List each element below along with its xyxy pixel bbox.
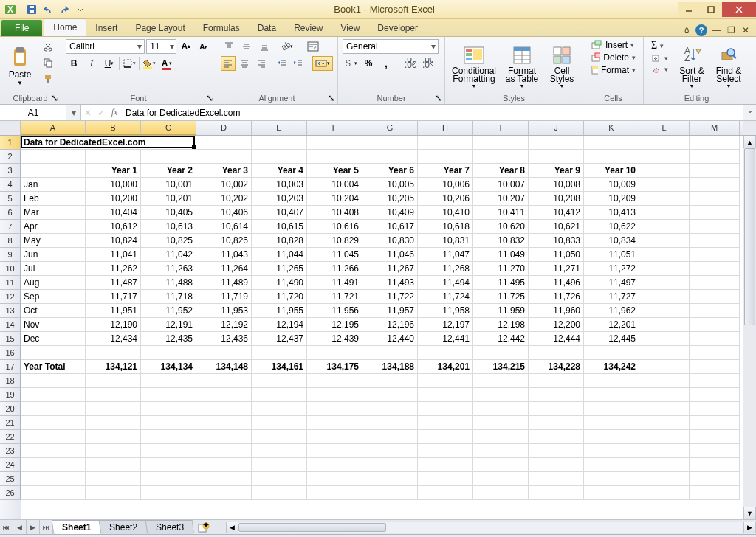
align-bottom-icon[interactable] [256,39,272,54]
cell[interactable]: 12,441 [418,332,473,346]
name-box[interactable]: ▾ [0,105,81,120]
tab-developer[interactable]: Developer [368,20,427,36]
column-header-A[interactable]: A [21,121,86,135]
expand-formula-bar-icon[interactable]: ⌄ [743,105,756,120]
cell[interactable] [307,444,362,458]
cell[interactable] [529,472,584,486]
cell[interactable]: 10,404 [86,206,141,220]
cell[interactable] [307,402,362,416]
scroll-right-icon[interactable]: ▶ [743,522,755,533]
cell[interactable] [639,206,690,220]
align-center-icon[interactable] [237,56,252,71]
font-size-combo[interactable]: ▾ [146,39,176,54]
cell[interactable]: 11,270 [473,262,529,276]
font-name-input[interactable] [66,41,135,52]
cell[interactable] [529,136,584,150]
wrap-text-icon[interactable] [302,39,324,54]
cell[interactable]: 11,953 [196,304,252,318]
increase-indent-icon[interactable] [291,56,306,71]
cell-a1[interactable]: Data for DedicatedExcel.com [21,136,196,150]
bold-icon[interactable]: B [66,56,82,71]
cell[interactable]: 11,494 [418,276,473,290]
column-header-I[interactable]: I [473,121,529,135]
autosum-button[interactable]: Σ▾ [648,39,671,52]
cell[interactable]: 10,834 [584,234,639,248]
cell[interactable] [639,458,690,472]
cell[interactable] [362,136,418,150]
cell[interactable] [307,136,362,150]
cell[interactable]: 11,962 [584,304,639,318]
cell[interactable]: 134,215 [473,360,529,374]
cell[interactable]: 11,491 [307,276,362,290]
cell[interactable] [362,374,418,388]
cell[interactable]: 10,824 [86,234,141,248]
underline-icon[interactable]: U▾ [101,56,117,71]
cell[interactable]: 10,202 [196,192,252,206]
cell[interactable] [584,486,639,500]
cell[interactable] [690,262,740,276]
select-all-corner[interactable] [0,121,21,136]
cell[interactable]: 11,718 [141,290,196,304]
increase-decimal-icon[interactable]: .0.00 [402,56,418,71]
cell[interactable] [529,388,584,402]
cell[interactable] [639,136,690,150]
align-right-icon[interactable] [254,56,269,71]
row-header-6[interactable]: 6 [0,206,21,220]
cell[interactable]: 12,198 [473,318,529,332]
row-header-26[interactable]: 26 [0,486,21,500]
cell[interactable]: 10,829 [307,234,362,248]
cell[interactable] [252,374,307,388]
cell[interactable]: 10,620 [473,220,529,234]
scroll-down-icon[interactable]: ▼ [743,507,756,519]
cell[interactable] [252,430,307,444]
cell[interactable]: 11,045 [307,248,362,262]
cell[interactable] [639,164,690,178]
cell[interactable]: Apr [21,220,86,234]
cell[interactable]: 10,618 [418,220,473,234]
cell[interactable] [473,458,529,472]
cell[interactable]: Year 8 [473,164,529,178]
cell[interactable]: 11,960 [529,304,584,318]
copy-icon[interactable] [40,55,56,70]
cell[interactable]: 10,615 [252,220,307,234]
cell[interactable] [584,444,639,458]
cell[interactable] [473,136,529,150]
cell[interactable]: 11,956 [307,304,362,318]
cell[interactable] [307,374,362,388]
cell[interactable] [252,388,307,402]
cell[interactable]: 10,206 [418,192,473,206]
save-icon[interactable] [24,2,39,17]
cell[interactable]: 11,724 [418,290,473,304]
cell[interactable] [418,402,473,416]
cell[interactable] [86,472,141,486]
horizontal-scrollbar[interactable]: ◀ ▶ [226,522,756,533]
cell[interactable] [418,430,473,444]
format-painter-icon[interactable] [40,72,56,86]
cell[interactable]: 11,271 [529,262,584,276]
cell[interactable] [584,136,639,150]
cell[interactable] [21,472,86,486]
row-header-16[interactable]: 16 [0,346,21,360]
cell[interactable]: 11,266 [307,262,362,276]
cell[interactable]: 12,192 [196,318,252,332]
cell[interactable] [86,374,141,388]
clear-button[interactable]: ▾ [648,64,671,75]
fill-color-icon[interactable]: ▾ [141,56,157,71]
column-header-D[interactable]: D [196,121,252,135]
row-header-1[interactable]: 1 [0,136,21,150]
cell[interactable]: 11,717 [86,290,141,304]
cell[interactable] [141,388,196,402]
cell[interactable]: 11,495 [473,276,529,290]
cell[interactable] [141,402,196,416]
row-header-24[interactable]: 24 [0,458,21,472]
cell[interactable]: Jul [21,262,86,276]
cell[interactable] [21,416,86,430]
row-header-2[interactable]: 2 [0,150,21,164]
cell[interactable]: 11,725 [473,290,529,304]
cell[interactable] [252,486,307,500]
cell[interactable]: 12,195 [307,318,362,332]
cell[interactable] [584,472,639,486]
cell[interactable]: 11,047 [418,248,473,262]
row-header-25[interactable]: 25 [0,472,21,486]
cell[interactable] [584,402,639,416]
